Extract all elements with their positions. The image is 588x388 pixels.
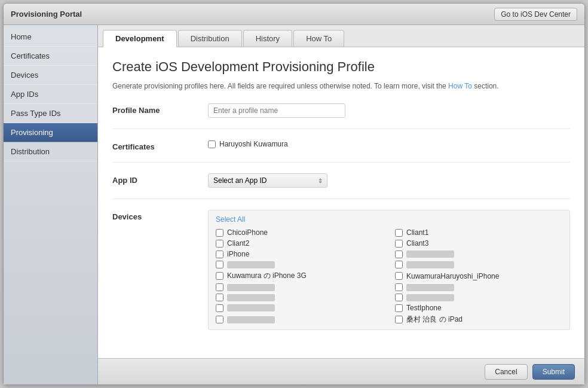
device-checkbox-cliant3[interactable] <box>395 240 403 248</box>
device-checkbox-kuwamura-ipad[interactable] <box>395 316 403 323</box>
device-label-blurred5 <box>406 284 454 291</box>
device-item-cliant3: Cliant3 <box>395 239 562 248</box>
device-label-cliant3: Cliant3 <box>406 239 428 248</box>
app-id-select[interactable]: Select an App ID <box>208 173 327 188</box>
device-item-cliant1: Cliant1 <box>395 228 562 237</box>
device-label-blurred7 <box>406 294 454 301</box>
device-checkbox-cliant1[interactable] <box>395 229 403 237</box>
profile-name-row: Profile Name <box>112 103 570 129</box>
device-item-blurred3 <box>395 261 562 268</box>
device-label-blurred8 <box>227 304 275 311</box>
app-title: Provisioning Portal <box>11 10 82 19</box>
sidebar-item-certificates[interactable]: Certificates <box>4 47 97 66</box>
device-item-blurred9 <box>216 314 383 325</box>
device-label-blurred2 <box>227 261 275 268</box>
goto-dev-center-button[interactable]: Go to iOS Dev Center <box>494 8 577 21</box>
device-checkbox-cliant2[interactable] <box>216 240 223 248</box>
main-area: Home Certificates Devices App IDs Pass T… <box>4 25 584 384</box>
sidebar-item-devices[interactable]: Devices <box>4 66 97 85</box>
titlebar: Provisioning Portal Go to iOS Dev Center <box>4 4 584 25</box>
device-label-blurred4 <box>227 284 275 291</box>
profile-name-label: Profile Name <box>112 103 208 115</box>
page-description: Generate provisioning profiles here. All… <box>112 81 570 91</box>
device-checkbox-blurred6[interactable] <box>216 294 223 301</box>
device-item-kuwamura-ipad: 桑村 治良 の iPad <box>395 314 562 325</box>
app-id-select-wrapper: Select an App ID <box>208 173 327 188</box>
device-checkbox-blurred4[interactable] <box>216 283 223 291</box>
certificate-name: Haruyoshi Kuwamura <box>219 140 288 148</box>
device-checkbox-iphone[interactable] <box>216 250 223 258</box>
certificates-field: Haruyoshi Kuwamura <box>208 140 570 151</box>
device-checkbox-blurred9[interactable] <box>216 316 223 323</box>
device-item-blurred6 <box>216 294 383 301</box>
device-item-cliant2: Cliant2 <box>216 239 383 248</box>
device-item-iphone: iPhone <box>216 250 383 258</box>
sidebar-item-app-ids[interactable]: App IDs <box>4 85 97 104</box>
certificates-row: Certificates Haruyoshi Kuwamura <box>112 140 570 163</box>
device-item-blurred1 <box>395 250 562 258</box>
device-item-blurred5 <box>395 283 562 291</box>
sidebar: Home Certificates Devices App IDs Pass T… <box>4 25 98 384</box>
cancel-button[interactable]: Cancel <box>485 364 527 380</box>
device-checkbox-blurred7[interactable] <box>395 294 403 301</box>
devices-label: Devices <box>112 210 208 221</box>
how-to-link[interactable]: How To <box>448 82 472 90</box>
device-label-blurred1 <box>406 250 454 258</box>
device-checkbox-blurred3[interactable] <box>395 261 403 268</box>
devices-area: Select All ChicoiPhone Cliant1 <box>208 210 570 330</box>
sidebar-item-pass-type-ids[interactable]: Pass Type IDs <box>4 104 97 123</box>
profile-name-field <box>208 103 570 118</box>
select-all-link[interactable]: Select All <box>216 215 562 224</box>
tab-distribution[interactable]: Distribution <box>178 30 242 47</box>
page-title: Create iOS Development Provisioning Prof… <box>112 59 570 75</box>
device-checkbox-kuwamura[interactable] <box>216 272 223 280</box>
device-checkbox-testlphone[interactable] <box>395 304 403 312</box>
device-checkbox-kuwamura-h[interactable] <box>395 272 403 280</box>
device-item-blurred4 <box>216 283 383 291</box>
device-label-cliant2: Cliant2 <box>227 239 249 248</box>
device-label-blurred9 <box>227 316 275 323</box>
tab-development[interactable]: Development <box>103 30 177 47</box>
tab-how-to[interactable]: How To <box>293 30 344 47</box>
content-area: Development Distribution History How To … <box>98 25 584 384</box>
sidebar-item-provisioning[interactable]: Provisioning <box>4 123 97 142</box>
device-label-testlphone: TestIphone <box>406 304 442 312</box>
device-checkbox-blurred1[interactable] <box>395 250 403 258</box>
footer: Cancel Submit <box>98 358 584 384</box>
devices-row: Devices Select All ChicoiPhone <box>112 210 570 341</box>
device-label-kuwamura: Kuwamura の iPhone 3G <box>227 271 307 281</box>
sidebar-item-distribution[interactable]: Distribution <box>4 142 97 161</box>
certificate-item: Haruyoshi Kuwamura <box>208 140 570 148</box>
device-label-blurred6 <box>227 294 275 301</box>
devices-field: Select All ChicoiPhone Cliant1 <box>208 210 570 330</box>
device-item-blurred7 <box>395 294 562 301</box>
app-id-field: Select an App ID <box>208 173 570 188</box>
tab-history[interactable]: History <box>243 30 292 47</box>
form-content: Create iOS Development Provisioning Prof… <box>98 47 584 358</box>
device-label-kuwamura-ipad: 桑村 治良 の iPad <box>406 314 463 325</box>
submit-button[interactable]: Submit <box>532 364 575 380</box>
device-item-kuwamura-h: KuwamuraHaruyoshi_iPhone <box>395 271 562 281</box>
app-id-label: App ID <box>112 173 208 185</box>
tabs-bar: Development Distribution History How To <box>98 25 584 47</box>
device-checkbox-blurred5[interactable] <box>395 283 403 291</box>
device-item-kuwamura: Kuwamura の iPhone 3G <box>216 271 383 281</box>
device-label-blurred3 <box>406 261 454 268</box>
device-label-kuwamura-h: KuwamuraHaruyoshi_iPhone <box>406 272 499 280</box>
device-item-chico: ChicoiPhone <box>216 228 383 237</box>
profile-name-input[interactable] <box>208 103 345 118</box>
sidebar-item-home[interactable]: Home <box>4 28 97 47</box>
device-checkbox-blurred8[interactable] <box>216 304 223 312</box>
device-label-iphone: iPhone <box>227 250 249 258</box>
device-label-cliant1: Cliant1 <box>406 228 428 237</box>
certificate-checkbox[interactable] <box>208 140 216 148</box>
device-item-blurred8 <box>216 304 383 312</box>
device-label-chico: ChicoiPhone <box>227 228 268 237</box>
device-item-blurred2 <box>216 261 383 268</box>
devices-grid: ChicoiPhone Cliant1 Cliant2 <box>216 228 562 325</box>
device-item-testlphone: TestIphone <box>395 304 562 312</box>
certificates-label: Certificates <box>112 140 208 151</box>
main-window: Provisioning Portal Go to iOS Dev Center… <box>3 3 585 385</box>
device-checkbox-chico[interactable] <box>216 229 223 237</box>
device-checkbox-blurred2[interactable] <box>216 261 223 268</box>
